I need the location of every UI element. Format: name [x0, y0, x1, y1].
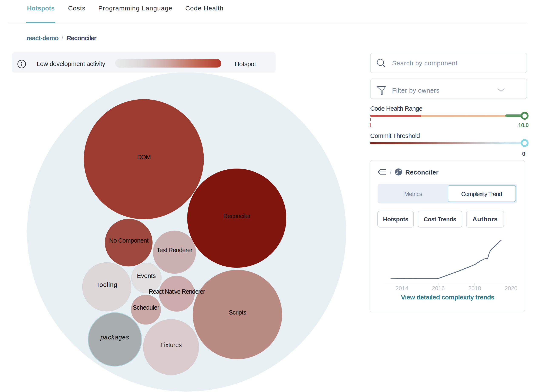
svg-text:Tooling: Tooling	[96, 281, 117, 288]
svg-text:Reconciler: Reconciler	[67, 34, 97, 42]
svg-text:Code Health Range: Code Health Range	[370, 105, 422, 112]
svg-text:packages: packages	[100, 334, 129, 341]
svg-text:Fixtures: Fixtures	[160, 341, 182, 348]
svg-text:Costs: Costs	[68, 5, 86, 12]
svg-text:Hotspots: Hotspots	[27, 5, 55, 12]
svg-text:Hotspots: Hotspots	[383, 216, 408, 223]
svg-text:2016: 2016	[432, 285, 445, 292]
svg-text:View detailed complexity trend: View detailed complexity trends	[401, 294, 494, 301]
svg-text:2020: 2020	[505, 285, 517, 292]
svg-text:/: /	[61, 34, 63, 42]
svg-text:DOM: DOM	[137, 154, 150, 160]
svg-text:/: /	[390, 169, 392, 176]
svg-text:2018: 2018	[468, 285, 481, 292]
svg-text:Events: Events	[137, 272, 156, 279]
svg-text:Complexity Trend: Complexity Trend	[461, 191, 502, 197]
svg-text:10.0: 10.0	[518, 122, 529, 129]
svg-text:Commit Threshold: Commit Threshold	[370, 132, 420, 139]
svg-text:Scheduler: Scheduler	[133, 304, 159, 311]
svg-text:Test Renderer: Test Renderer	[157, 247, 193, 253]
svg-text:No Component: No Component	[109, 237, 149, 244]
svg-text:1: 1	[368, 122, 372, 129]
svg-text:0: 0	[522, 150, 525, 157]
svg-text:Programming Language: Programming Language	[98, 5, 172, 12]
svg-text:2014: 2014	[395, 285, 408, 292]
svg-text:Metrics: Metrics	[404, 191, 422, 197]
svg-text:Search by component: Search by component	[392, 60, 458, 67]
svg-text:Reconciler: Reconciler	[223, 213, 251, 219]
svg-text:Low development activity: Low development activity	[37, 60, 105, 67]
svg-text:Scripts: Scripts	[229, 309, 246, 316]
svg-text:React Native Renderer: React Native Renderer	[149, 288, 205, 295]
svg-text:Authors: Authors	[473, 216, 498, 223]
svg-text:react-demo: react-demo	[26, 34, 59, 42]
svg-text:Reconciler: Reconciler	[405, 169, 438, 176]
svg-text:Hotspot: Hotspot	[235, 61, 256, 67]
svg-text:Code Health: Code Health	[185, 5, 224, 12]
svg-text:Cost Trends: Cost Trends	[424, 216, 456, 223]
svg-text:Filter by owners: Filter by owners	[392, 87, 440, 94]
